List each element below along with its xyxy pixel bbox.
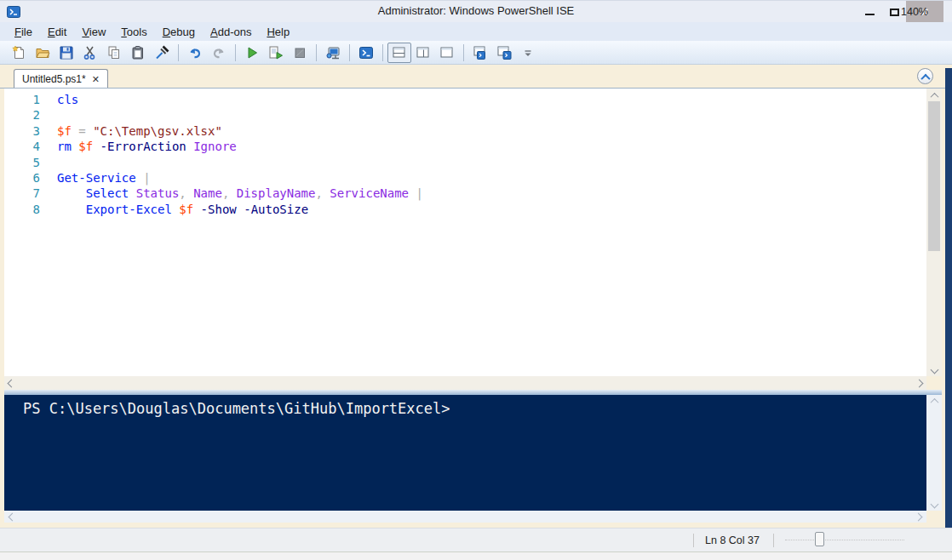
paste-button[interactable] [126, 43, 150, 63]
stop-operation-icon [292, 45, 307, 60]
scroll-left-icon[interactable] [9, 512, 17, 521]
menu-item-debug[interactable]: Debug [155, 24, 203, 40]
code-text: $f = "C:\Temp\gsv.xlsx" [57, 123, 222, 139]
minimize-icon [865, 14, 875, 15]
run-script-button[interactable] [240, 43, 264, 63]
toolbar-overflow-icon [522, 45, 534, 60]
editor-vertical-scrollbar[interactable] [926, 89, 942, 376]
code-text: Export-Excel $f -Show -AutoSize [57, 202, 308, 217]
save-script-icon [59, 45, 74, 60]
new-remote-powershell-tab-icon [325, 45, 341, 60]
line-number: 6 [4, 170, 57, 186]
cut-button[interactable] [78, 43, 102, 63]
open-script-icon [35, 45, 50, 60]
editor-horizontal-scrollbar[interactable] [4, 376, 926, 390]
content-frame: Untitled5.ps1* ✕ 1cls23$f = "C:\Temp\gsv… [0, 65, 952, 528]
menu-item-help[interactable]: Help [259, 24, 297, 40]
code-text: Select Status, Name, DisplayName, Servic… [57, 186, 423, 201]
menu-item-file[interactable]: File [7, 24, 40, 40]
console-vertical-scrollbar[interactable] [926, 395, 942, 511]
line-number: 3 [4, 123, 57, 139]
code-line[interactable]: 4rm $f -ErrorAction Ignore [4, 139, 926, 154]
show-script-pane-top-button[interactable] [387, 43, 411, 63]
zoom-slider-thumb[interactable] [815, 532, 824, 546]
script-pane-right-ps-button[interactable] [492, 43, 516, 63]
line-number: 8 [4, 202, 57, 217]
scroll-left-icon[interactable] [8, 379, 16, 387]
new-remote-powershell-tab-button[interactable] [321, 43, 345, 63]
zoom-slider-track[interactable] [785, 540, 904, 540]
line-number: 1 [4, 92, 57, 107]
line-number: 4 [4, 139, 57, 154]
toolbar-separator [349, 44, 350, 61]
chevron-up-icon [920, 74, 930, 83]
clear-console-button[interactable] [150, 43, 174, 63]
copy-icon [106, 45, 122, 60]
paste-icon [130, 45, 146, 60]
scroll-right-icon[interactable] [915, 379, 924, 387]
save-script-button[interactable] [54, 43, 78, 63]
code-text: cls [57, 92, 78, 107]
line-number: 7 [4, 186, 57, 201]
code-line[interactable]: 3$f = "C:\Temp\gsv.xlsx" [4, 123, 926, 139]
code-line[interactable]: 7 Select Status, Name, DisplayName, Serv… [4, 186, 926, 201]
stop-operation-button[interactable] [288, 43, 312, 63]
menu-item-tools[interactable]: Tools [113, 24, 154, 40]
powershell-ise-window: Administrator: Windows PowerShell ISE ✕ … [0, 0, 952, 560]
menu-item-add-ons[interactable]: Add-ons [203, 24, 259, 40]
undo-button[interactable] [183, 43, 207, 63]
toolbar-separator [178, 44, 179, 61]
new-script-button[interactable] [7, 43, 31, 63]
code-text: rm $f -ErrorAction Ignore [57, 139, 237, 154]
toolbar-separator [382, 44, 383, 61]
script-pane-right-ps-icon [496, 45, 512, 60]
collapse-script-pane-button[interactable] [917, 68, 933, 84]
scroll-down-icon[interactable] [930, 500, 938, 509]
show-script-pane-maximized-icon [439, 45, 455, 60]
show-script-pane-right-button[interactable] [411, 43, 435, 63]
script-pane-top-ps-button[interactable] [468, 43, 492, 63]
line-number: 2 [4, 107, 57, 123]
toolbar-separator [463, 44, 464, 61]
code-line[interactable]: 8 Export-Excel $f -Show -AutoSize [4, 202, 926, 217]
code-line[interactable]: 2 [4, 107, 926, 123]
maximize-icon [890, 9, 899, 16]
code-line[interactable]: 6Get-Service | [4, 170, 926, 186]
line-column-indicator: Ln 8 Col 37 [705, 534, 760, 546]
script-pane-top-ps-icon [473, 45, 488, 60]
minimize-button[interactable] [857, 1, 882, 23]
run-selection-icon [268, 45, 284, 60]
toolbar-overflow-button[interactable] [516, 43, 540, 63]
start-powershell-icon [358, 45, 374, 60]
clear-console-icon [154, 45, 169, 60]
copy-button[interactable] [102, 43, 126, 63]
new-script-icon [11, 45, 26, 60]
menu-item-view[interactable]: View [74, 24, 113, 40]
toolbar-separator [316, 44, 317, 61]
console-prompt[interactable]: PS C:\Users\Douglas\Documents\GitHub\Imp… [23, 400, 450, 417]
code-line[interactable]: 1cls [4, 92, 926, 107]
editor-scrollbar-thumb[interactable] [928, 101, 940, 251]
start-powershell-button[interactable] [354, 43, 378, 63]
console-pane[interactable]: PS C:\Users\Douglas\Documents\GitHub\Imp… [4, 395, 926, 511]
redo-button[interactable] [207, 43, 231, 63]
open-script-button[interactable] [31, 43, 54, 63]
tab-untitled5[interactable]: Untitled5.ps1* ✕ [14, 69, 108, 89]
console-horizontal-scrollbar[interactable] [4, 511, 926, 523]
scroll-down-icon[interactable] [926, 363, 942, 376]
menu-bar: FileEditViewToolsDebugAdd-onsHelp [0, 22, 952, 41]
scroll-up-icon[interactable] [926, 89, 942, 102]
run-script-icon [244, 45, 260, 60]
code-line[interactable]: 5 [4, 155, 926, 170]
run-selection-button[interactable] [264, 43, 288, 63]
code-lines: 1cls23$f = "C:\Temp\gsv.xlsx"4rm $f -Err… [4, 92, 926, 217]
show-script-pane-maximized-button[interactable] [435, 43, 459, 63]
tab-close-icon[interactable]: ✕ [92, 75, 100, 84]
menu-item-edit[interactable]: Edit [40, 24, 74, 40]
status-separator [693, 534, 694, 547]
scroll-right-icon[interactable] [915, 512, 923, 521]
scroll-up-icon[interactable] [930, 398, 938, 407]
code-text: Get-Service | [57, 170, 151, 186]
script-editor-pane[interactable]: 1cls23$f = "C:\Temp\gsv.xlsx"4rm $f -Err… [4, 89, 926, 376]
redo-icon [211, 45, 227, 60]
